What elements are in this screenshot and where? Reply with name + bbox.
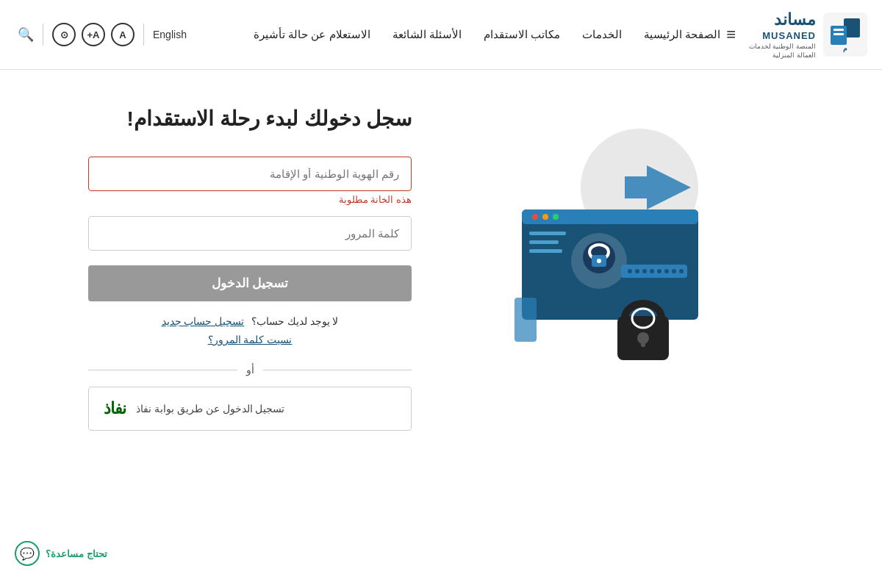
form-side: سجل دخولك لبدء رحلة الاستقدام! هذه الخان… (44, 99, 426, 431)
nafaz-login-box[interactable]: تسجيل الدخول عن طريق بوابة نفاذ نفاذ (88, 387, 412, 431)
svg-rect-4 (833, 33, 844, 35)
no-account-text: لا يوجد لديك حساب؟ (251, 315, 339, 327)
or-label: أو (237, 364, 263, 376)
language-button[interactable]: English (153, 29, 187, 40)
svg-point-22 (628, 269, 632, 273)
login-illustration (500, 114, 750, 379)
svg-point-10 (532, 214, 538, 220)
nav-offices[interactable]: مكاتب الاستقدام (484, 28, 560, 40)
help-button[interactable]: تحتاج مساعدة؟ 💬 (15, 541, 107, 566)
svg-text:م: م (843, 45, 847, 53)
main-nav: الصفحة الرئيسية الخدمات مكاتب الاستقدام … (254, 28, 720, 41)
svg-rect-13 (529, 232, 566, 235)
logo-tagline1: المنصة الوطنية لخدمات (749, 43, 816, 51)
id-error-message: هذه الخانة مطلوبة (88, 194, 412, 205)
font-size-normal-button[interactable]: A (111, 23, 135, 46)
nav-visa-inquiry[interactable]: الاستعلام عن حالة تأشيرة (254, 28, 370, 40)
svg-point-25 (650, 269, 654, 273)
illustration-side (426, 99, 823, 379)
id-form-group: هذه الخانة مطلوبة (44, 157, 412, 205)
svg-point-23 (635, 269, 639, 273)
logo-text: مساند MUSANED المنصة الوطنية لخدمات العم… (749, 10, 816, 60)
svg-rect-34 (641, 338, 645, 347)
links-area: لا يوجد لديك حساب؟ تسجيل حساب جديد نسيت … (88, 315, 412, 345)
header-divider (143, 24, 144, 46)
form-title: سجل دخولك لبدء رحلة الاستقدام! (44, 107, 412, 131)
svg-point-26 (657, 269, 662, 273)
chat-icon: 💬 (15, 541, 40, 566)
svg-point-24 (642, 269, 647, 273)
forgot-password-link[interactable]: نسيت كلمة المرور؟ (88, 334, 412, 345)
main-content: سجل دخولك لبدء رحلة الاستقدام! هذه الخان… (0, 70, 882, 570)
svg-rect-35 (514, 298, 537, 342)
search-icon[interactable]: 🔍 (18, 26, 34, 43)
help-label: تحتاج مساعدة؟ (46, 548, 107, 559)
header-right: م مساند MUSANED المنصة الوطنية لخدمات ال… (254, 10, 867, 60)
accessibility-target-button[interactable]: ⊙ (52, 23, 76, 46)
register-link[interactable]: تسجيل حساب جديد (162, 315, 245, 327)
divider-or: أو (88, 364, 412, 376)
svg-rect-14 (529, 240, 559, 244)
font-size-large-button[interactable]: A+ (82, 23, 105, 46)
password-input[interactable] (88, 216, 412, 251)
svg-point-11 (542, 214, 548, 220)
svg-point-12 (553, 214, 559, 220)
nav-services[interactable]: الخدمات (582, 28, 622, 40)
nafaz-description: تسجيل الدخول عن طريق بوابة نفاذ (136, 403, 284, 415)
svg-point-27 (664, 269, 669, 273)
logo-english: MUSANED (749, 30, 816, 43)
hamburger-icon[interactable]: ≡ (726, 25, 736, 44)
login-button[interactable]: تسجيل الدخول (88, 265, 412, 301)
svg-point-20 (597, 259, 601, 263)
logo-arabic: مساند (749, 10, 816, 31)
svg-point-28 (672, 269, 676, 273)
header: م مساند MUSANED المنصة الوطنية لخدمات ال… (0, 0, 882, 70)
nav-faq[interactable]: الأسئلة الشائعة (392, 28, 462, 40)
svg-rect-15 (529, 249, 562, 253)
svg-point-29 (679, 269, 684, 273)
nav-home[interactable]: الصفحة الرئيسية (644, 28, 720, 40)
national-id-input[interactable] (88, 157, 412, 191)
logo-area: م مساند MUSANED المنصة الوطنية لخدمات ال… (749, 10, 867, 60)
svg-rect-3 (833, 29, 844, 31)
password-form-group (44, 216, 412, 251)
logo-tagline2: العمالة المنزلية (749, 51, 816, 60)
logo-icon: م (823, 12, 867, 57)
header-divider2 (43, 24, 43, 46)
accessibility-controls: A A+ ⊙ (52, 23, 135, 46)
header-left: English A A+ ⊙ 🔍 (15, 23, 187, 46)
nafaz-logo: نفاذ (104, 399, 126, 418)
